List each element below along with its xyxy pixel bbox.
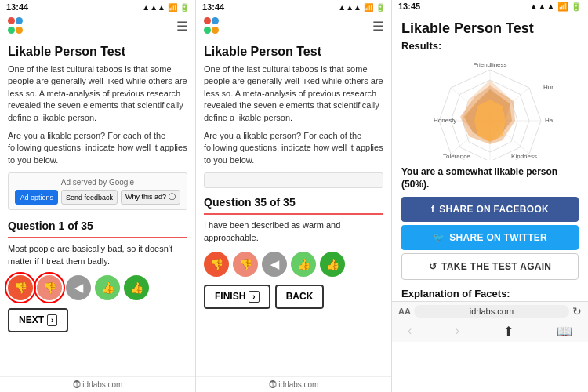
footer-2: ⓵ idrlabs.com [196,376,391,392]
browser-back-btn[interactable]: ‹ [405,324,415,339]
svg-marker-11 [474,100,506,142]
rating-btn-2-1[interactable]: 👎 [204,252,229,277]
hamburger-menu-2[interactable]: ☰ [372,19,383,34]
panel-1-header: ☰ [0,14,195,38]
hamburger-menu-1[interactable]: ☰ [176,19,187,34]
app-title-2: Likable Person Test [204,45,383,59]
explanation-label: Explanation of Facets: [392,285,588,301]
svg-text:Kindness: Kindness [511,153,537,160]
radar-chart-container: Friendliness Humor Happiness Kindness Po… [392,55,588,163]
status-bar-1: 13:44 ▲▲▲ 📶 🔋 [0,0,195,14]
rating-btn-1[interactable]: 👎 [8,275,33,300]
back-button[interactable]: BACK [275,285,325,309]
facebook-icon: f [431,204,434,215]
question-underline-2 [204,213,383,215]
ad-label: Ad served by Google [13,178,182,187]
question-underline-1 [8,237,187,238]
svg-text:Tolerance: Tolerance [443,153,470,160]
svg-text:Humor: Humor [543,84,553,91]
share-twitter-btn[interactable]: 🐦 SHARE ON TWITTER [401,225,579,250]
browser-reload-icon[interactable]: ↻ [572,305,582,318]
rating-btn-2[interactable]: 👎 [37,275,62,300]
panel-3: 13:45 ▲▲▲ 📶 🔋 Likable Person Test Result… [392,0,588,392]
browser-forward-btn[interactable]: › [452,324,463,339]
retake-icon: ↺ [429,261,437,272]
description-1a: One of the last cultural taboos is that … [8,64,187,124]
time-2: 13:44 [202,2,224,12]
panel-2: 13:44 ▲▲▲ 📶 🔋 ☰ Likable Person Test One … [196,0,392,392]
browser-bookmarks-btn[interactable]: 📖 [554,324,575,339]
footer-1: ⓵ idrlabs.com [0,376,195,392]
radar-chart: Friendliness Humor Happiness Kindness Po… [427,58,553,160]
rating-btn-3[interactable]: ◀ [66,275,91,300]
next-button-1[interactable]: NEXT › [8,308,68,332]
panel-1: 13:44 ▲▲▲ 📶 🔋 ☰ Likable Person Test One … [0,0,196,392]
ad-buttons: Ad options Send feedback Why this ad? ⓘ [13,190,182,205]
rating-btn-2-4[interactable]: 👍 [291,252,316,277]
svg-text:Honesty: Honesty [434,117,456,124]
description-2b: Are you a likable person? For each of th… [204,130,383,166]
app-logo-2 [204,17,221,34]
app-title-1: Likable Person Test [8,45,187,59]
question-text-2: I have been described as warm and approa… [204,220,383,244]
browser-url[interactable]: idrlabs.com [414,305,569,318]
browser-nav: ‹ › ⬆ 📖 [392,321,588,342]
rating-btn-2-3[interactable]: ◀ [262,252,287,277]
browser-aa: AA [398,307,411,316]
browser-share-btn[interactable]: ⬆ [500,324,517,339]
time-3: 13:45 [398,2,420,13]
status-icons-2: ▲▲▲ 📶 🔋 [338,3,385,12]
question-header-1: Question 1 of 35 [8,216,187,232]
browser-bar: AA idrlabs.com ↻ [392,301,588,321]
results-label: Results: [392,40,588,55]
description-2a: One of the last cultural taboos is that … [204,64,383,124]
status-bar-2: 13:44 ▲▲▲ 📶 🔋 [196,0,391,14]
status-bar-3: 13:45 ▲▲▲ 📶 🔋 [392,0,588,14]
nav-buttons-1: NEXT › [8,308,187,332]
svg-text:Friendliness: Friendliness [473,61,506,68]
status-icons-1: ▲▲▲ 📶 🔋 [142,3,189,12]
panel-2-content: Likable Person Test One of the last cult… [196,38,391,376]
panel-1-content: Likable Person Test One of the last cult… [0,38,195,376]
finish-button[interactable]: FINISH › [204,285,270,309]
share-buttons: f SHARE ON FACEBOOK 🐦 SHARE ON TWITTER ↺… [392,197,588,285]
rating-row-1: 👎 👎 ◀ 👍 👍 [8,275,187,300]
result-text: You are a somewhat likable person (50%). [392,163,588,197]
svg-text:Happiness: Happiness [545,117,553,124]
time-1: 13:44 [6,2,28,12]
question-text-1: Most people are basically bad, so it doe… [8,243,187,267]
input-area-2 [204,172,383,188]
next-arrow-1: › [47,314,57,326]
app-logo-1 [8,17,25,34]
rating-btn-4[interactable]: 👍 [95,275,120,300]
finish-arrow: › [249,291,259,303]
question-header-2: Question 35 of 35 [204,193,383,209]
description-1b: Are you a likable person? For each of th… [8,130,187,166]
panel3-title: Likable Person Test [392,14,588,40]
ad-options-btn[interactable]: Ad options [15,190,58,205]
nav-buttons-2: FINISH › BACK [204,285,383,309]
rating-btn-2-2[interactable]: 👎 [233,252,258,277]
ad-box: Ad served by Google Ad options Send feed… [8,172,187,210]
rating-btn-2-5[interactable]: 👍 [320,252,345,277]
rating-btn-5[interactable]: 👍 [124,275,149,300]
twitter-icon: 🐦 [433,232,445,243]
share-facebook-btn[interactable]: f SHARE ON FACEBOOK [401,197,579,222]
retake-btn[interactable]: ↺ TAKE THE TEST AGAIN [401,253,579,280]
ad-feedback-btn[interactable]: Send feedback [61,190,118,205]
status-icons-3: ▲▲▲ 📶 🔋 [529,2,582,13]
panel-2-header: ☰ [196,14,391,38]
rating-row-2: 👎 👎 ◀ 👍 👍 [204,252,383,277]
ad-why-btn[interactable]: Why this ad? ⓘ [121,190,180,205]
